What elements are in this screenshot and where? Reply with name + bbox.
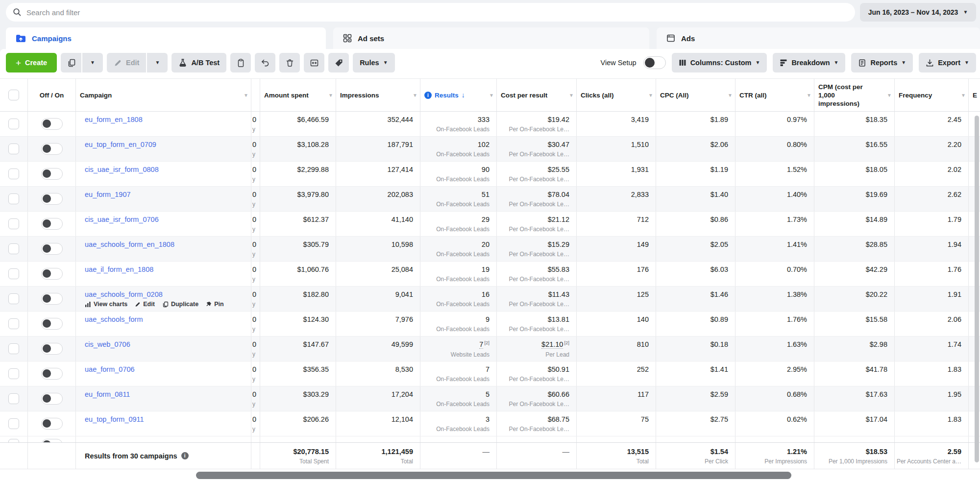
edit-dropdown-button[interactable]: ▼ bbox=[147, 53, 168, 72]
header-clicks[interactable]: Clicks (all)▼ bbox=[577, 79, 656, 111]
header-results[interactable]: iResults↓▼ bbox=[420, 79, 497, 111]
row-checkbox[interactable] bbox=[8, 144, 19, 154]
campaign-link[interactable]: eu_form_1907 bbox=[85, 190, 131, 199]
info-icon[interactable]: i bbox=[181, 452, 189, 459]
row-checkbox[interactable] bbox=[8, 293, 19, 304]
row-checkbox[interactable] bbox=[8, 243, 19, 254]
budget-fragment: 0 bbox=[252, 290, 256, 299]
row-select-cell bbox=[0, 137, 28, 161]
campaign-off-on-toggle[interactable] bbox=[41, 118, 63, 130]
header-cpm[interactable]: CPM (cost per 1,000 impressions)▼ bbox=[814, 79, 895, 111]
campaign-link[interactable]: cis_web_0706 bbox=[85, 340, 130, 349]
campaign-link[interactable]: eu_form_en_1808 bbox=[85, 115, 143, 124]
row-checkbox[interactable] bbox=[8, 268, 19, 279]
campaign-link[interactable]: uae_form_0706 bbox=[85, 365, 135, 374]
chevron-down-icon: ▼ bbox=[90, 60, 95, 65]
clicks-cell-value: 149 bbox=[637, 240, 649, 249]
row-checkbox[interactable] bbox=[8, 218, 19, 229]
campaign-link[interactable]: eu_form_0811 bbox=[85, 390, 130, 399]
cost-per-result-cell: $55.83Per On-Facebook Le… bbox=[497, 262, 577, 286]
export-button[interactable]: Export ▼ bbox=[919, 53, 976, 72]
duplicate-button[interactable] bbox=[61, 53, 81, 72]
row-checkbox[interactable] bbox=[8, 193, 19, 204]
tab-ads[interactable]: Ads bbox=[657, 27, 980, 49]
header-ctr[interactable]: CTR (all)▼ bbox=[735, 79, 814, 111]
header-cpc[interactable]: CPC (All)▼ bbox=[656, 79, 735, 111]
header-amount-spent[interactable]: Amount spent▼ bbox=[260, 79, 336, 111]
header-frequency[interactable]: Frequency▼ bbox=[895, 79, 969, 111]
row-action-pin[interactable]: Pin bbox=[206, 301, 223, 308]
info-icon[interactable]: i bbox=[424, 92, 432, 99]
preview-button[interactable] bbox=[304, 53, 324, 72]
ab-test-button[interactable]: A/B Test bbox=[172, 53, 226, 72]
campaign-off-on-toggle[interactable] bbox=[41, 368, 63, 380]
row-checkbox[interactable] bbox=[8, 418, 19, 429]
campaign-link[interactable]: cis_uae_isr_form_0706 bbox=[85, 215, 159, 224]
tag-button[interactable] bbox=[328, 53, 349, 72]
campaign-link[interactable]: uae_schools_form_0208 bbox=[85, 290, 163, 299]
row-checkbox[interactable] bbox=[8, 318, 19, 329]
header-impressions[interactable]: Impressions▼ bbox=[336, 79, 420, 111]
copy-icon bbox=[67, 58, 76, 68]
columns-button[interactable]: Columns: Custom ▼ bbox=[672, 53, 767, 72]
cost-per-result-cell-value: $30.47 bbox=[548, 140, 569, 149]
campaign-off-on-toggle[interactable] bbox=[41, 268, 63, 280]
row-action-edit[interactable]: Edit bbox=[135, 301, 155, 308]
row-action-duplicate[interactable]: Duplicate bbox=[162, 301, 198, 308]
search-input[interactable]: Search and filter bbox=[6, 3, 855, 22]
horizontal-scrollbar-thumb[interactable] bbox=[196, 472, 791, 479]
header-campaign[interactable]: Campaign▼ bbox=[76, 79, 251, 111]
tab-campaigns[interactable]: Campaigns bbox=[6, 27, 326, 49]
duplicate-dropdown-button[interactable]: ▼ bbox=[82, 53, 103, 72]
campaign-off-on-toggle[interactable] bbox=[41, 439, 63, 442]
row-checkbox[interactable] bbox=[8, 368, 19, 379]
header-cost-per-result[interactable]: Cost per result▼ bbox=[497, 79, 577, 111]
rules-button[interactable]: Rules ▼ bbox=[353, 53, 394, 72]
cpm-cell: $42.29 bbox=[814, 262, 895, 286]
row-checkbox[interactable] bbox=[8, 393, 19, 404]
tab-ad-sets[interactable]: Ad sets bbox=[333, 27, 649, 49]
footer-amount-value: $20,778.15 bbox=[293, 447, 329, 457]
campaign-link[interactable]: uae_schools_form_en_1808 bbox=[85, 240, 174, 249]
campaign-link[interactable]: eu_top_form_0911 bbox=[85, 415, 144, 424]
edit-button[interactable]: Edit bbox=[107, 53, 146, 72]
create-button[interactable]: + Create bbox=[6, 53, 57, 72]
campaign-off-on-toggle[interactable] bbox=[41, 343, 63, 355]
campaign-link[interactable]: cis_uae_isr_form_0808 bbox=[85, 165, 159, 174]
tab-ad-sets-label: Ad sets bbox=[358, 34, 384, 43]
breakdown-button[interactable]: Breakdown ▼ bbox=[773, 53, 845, 72]
campaign-off-on-toggle[interactable] bbox=[41, 243, 63, 255]
campaign-off-on-toggle[interactable] bbox=[41, 168, 63, 180]
clipboard-button[interactable] bbox=[230, 53, 251, 72]
row-checkbox[interactable] bbox=[8, 439, 19, 442]
cost-per-result-cell-value: $15.29 bbox=[548, 240, 569, 249]
campaign-cell: uae_il_form_en_1808 bbox=[76, 262, 251, 286]
vertical-scrollbar-thumb[interactable] bbox=[975, 116, 979, 462]
campaign-off-on-toggle[interactable] bbox=[41, 418, 63, 430]
select-all-checkbox[interactable] bbox=[8, 90, 19, 100]
view-setup-toggle[interactable] bbox=[643, 56, 666, 69]
undo-icon bbox=[261, 58, 270, 68]
campaign-link[interactable]: eu_top_form_en_0709 bbox=[85, 140, 156, 149]
results-cell-value: 29 bbox=[482, 215, 490, 224]
undo-button[interactable] bbox=[255, 53, 275, 72]
campaign-off-on-toggle[interactable] bbox=[41, 218, 63, 230]
campaign-off-on-toggle[interactable] bbox=[41, 193, 63, 205]
campaign-link[interactable]: uae_il_form_en_1808 bbox=[85, 265, 153, 274]
reports-button[interactable]: Reports ▼ bbox=[851, 53, 913, 72]
campaign-off-on-toggle[interactable] bbox=[41, 143, 63, 155]
row-checkbox[interactable] bbox=[8, 343, 19, 354]
campaign-off-on-toggle[interactable] bbox=[41, 318, 63, 330]
campaign-off-on-toggle[interactable] bbox=[41, 393, 63, 405]
delete-button[interactable] bbox=[279, 53, 300, 72]
budget-fragment: 0 bbox=[252, 340, 256, 349]
ctr-cell-value: 0.97% bbox=[787, 115, 807, 124]
row-checkbox[interactable] bbox=[8, 119, 19, 129]
row-checkbox[interactable] bbox=[8, 168, 19, 179]
row-action-view-charts[interactable]: View charts bbox=[85, 301, 127, 308]
campaign-link[interactable]: uae_schools_form bbox=[85, 315, 143, 324]
results-cell: 19On-Facebook Leads bbox=[420, 262, 497, 286]
date-range-picker[interactable]: Jun 16, 2023 – Nov 14, 2023 ▼ bbox=[860, 3, 976, 22]
campaign-off-on-toggle[interactable] bbox=[41, 293, 63, 305]
budget-fragment: y bbox=[252, 326, 255, 333]
